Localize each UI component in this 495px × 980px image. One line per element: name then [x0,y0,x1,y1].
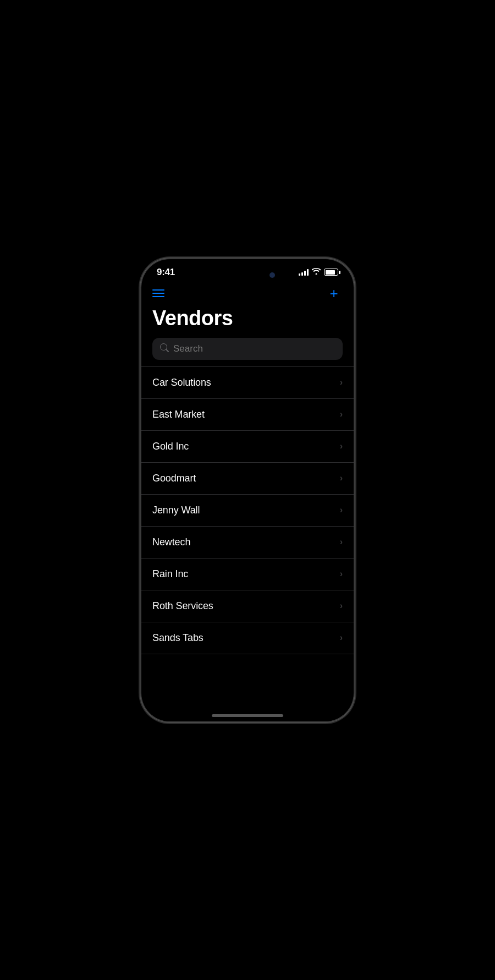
vendor-list-item[interactable]: Jenny Wall › [141,495,354,527]
vendor-name: Jenny Wall [152,505,200,516]
vendor-name: Goodmart [152,473,196,484]
status-icons [299,268,338,276]
vendor-list-item[interactable]: Newtech › [141,527,354,559]
vendor-list-item[interactable]: Car Solutions › [141,367,354,399]
vendor-name: Rain Inc [152,568,188,580]
chevron-right-icon: › [340,505,343,515]
hamburger-line-1 [152,289,164,291]
vendor-list-item[interactable]: Roth Services › [141,590,354,622]
home-bar [212,714,283,717]
chevron-right-icon: › [340,569,343,579]
chevron-right-icon: › [340,409,343,419]
add-vendor-button[interactable]: + [325,284,343,302]
home-indicator [141,703,354,721]
search-bar[interactable] [152,338,343,360]
chevron-right-icon: › [340,537,343,547]
vendor-list-item[interactable]: Rain Inc › [141,559,354,590]
signal-icon [299,269,309,276]
page-title: Vendors [141,304,354,338]
signal-bar-4 [307,269,309,276]
vendor-list-item[interactable]: Gold Inc › [141,431,354,463]
vendor-name: Car Solutions [152,377,211,388]
vendor-name: Sands Tabs [152,632,204,644]
search-icon [160,343,169,354]
phone-frame: 9:41 [140,258,355,722]
vendor-list-item[interactable]: Goodmart › [141,463,354,495]
vendor-name: Newtech [152,536,190,548]
search-container [141,338,354,366]
hamburger-line-3 [152,296,164,297]
vendor-list-item[interactable]: East Market › [141,399,354,431]
app-content[interactable]: + Vendors Car Solutions › [141,280,354,703]
phone-screen: 9:41 [141,259,354,721]
front-camera [270,272,275,278]
chevron-right-icon: › [340,441,343,451]
hamburger-line-2 [152,293,164,294]
signal-bar-3 [304,271,306,276]
chevron-right-icon: › [340,633,343,643]
vendor-list-item[interactable]: Sands Tabs › [141,622,354,654]
signal-bar-1 [299,273,300,276]
menu-button[interactable] [152,289,164,297]
battery-fill [326,270,336,275]
chevron-right-icon: › [340,377,343,387]
vendor-list: Car Solutions › East Market › Gold Inc ›… [141,366,354,654]
wifi-icon [312,268,321,276]
vendor-name: Roth Services [152,600,213,612]
status-time: 9:41 [157,267,175,278]
vendor-name: East Market [152,409,205,420]
search-input[interactable] [173,343,335,354]
chevron-right-icon: › [340,473,343,483]
chevron-right-icon: › [340,601,343,611]
battery-icon [324,269,338,276]
vendor-name: Gold Inc [152,441,189,452]
dynamic-island [215,266,280,284]
signal-bar-2 [301,272,303,276]
